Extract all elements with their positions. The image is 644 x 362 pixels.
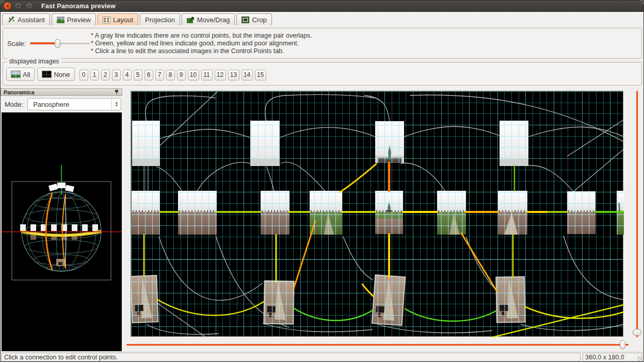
image-toggle-15[interactable]: 15 xyxy=(255,70,266,80)
displayed-images-label: displayed images xyxy=(7,58,61,65)
image-toggle-12[interactable]: 12 xyxy=(215,70,226,80)
mode-combobox[interactable]: Panosphere ▲▼ xyxy=(27,98,121,110)
image-toggle-9[interactable]: 9 xyxy=(177,70,186,80)
no-images-icon xyxy=(42,71,52,78)
preview-icon xyxy=(57,17,65,23)
image-grid-overlay xyxy=(131,91,624,337)
pitch-slider-thumb[interactable] xyxy=(633,329,641,336)
mode-value: Panosphere xyxy=(33,101,111,108)
scale-label: Scale: xyxy=(7,40,26,47)
scale-slider-fill xyxy=(30,42,57,44)
combobox-spinner-icon[interactable]: ▲▼ xyxy=(111,98,121,110)
image-number-buttons: 0123456789101112131415 xyxy=(79,70,268,80)
image-toggle-14[interactable]: 14 xyxy=(242,70,253,80)
close-icon: × xyxy=(4,3,11,9)
mode-row: Mode: Panosphere ▲▼ xyxy=(1,96,122,112)
pitch-slider[interactable] xyxy=(630,91,643,337)
tab-move-drag[interactable]: Move/Drag xyxy=(182,13,235,25)
layout-icon xyxy=(103,17,110,23)
panel-title: Panoramica xyxy=(4,89,115,95)
crop-icon xyxy=(242,17,249,23)
minimize-button[interactable]: – xyxy=(14,2,22,10)
pitch-slider-track[interactable] xyxy=(636,91,638,337)
scale-groupbox: Scale: * A gray line indicates there are… xyxy=(3,28,642,59)
mode-label: Mode: xyxy=(5,101,23,108)
yaw-slider[interactable] xyxy=(126,340,629,349)
legend-help-text: * A gray line indicates there are no con… xyxy=(91,32,312,55)
image-toggle-1[interactable]: 1 xyxy=(90,70,99,80)
layout-canvas[interactable] xyxy=(131,91,623,337)
canvas-region xyxy=(122,88,644,352)
scale-slider-thumb[interactable] xyxy=(55,39,60,48)
tab-bar: Assistant Preview Layout Projection Move… xyxy=(1,12,643,25)
image-toggle-8[interactable]: 8 xyxy=(166,70,175,80)
image-toggle-5[interactable]: 5 xyxy=(134,70,142,80)
assistant-icon xyxy=(7,16,15,23)
image-toggle-2[interactable]: 2 xyxy=(101,70,110,80)
tab-assistant[interactable]: Assistant xyxy=(2,13,50,25)
preview-panel: Panoramica Mode: Panosphere ▲▼ xyxy=(1,88,122,352)
all-images-icon xyxy=(11,71,21,78)
layout-canvas-scene xyxy=(131,91,624,337)
show-all-button[interactable]: All xyxy=(6,68,35,81)
scale-slider[interactable] xyxy=(30,39,90,48)
minimize-icon: – xyxy=(15,3,22,9)
yaw-slider-thumb[interactable] xyxy=(620,340,625,349)
tab-preview[interactable]: Preview xyxy=(52,13,96,25)
titlebar: × – ▫ Fast Panorama preview xyxy=(1,1,643,12)
panel-header: Panoramica xyxy=(1,88,122,96)
window-title: Fast Panorama preview xyxy=(41,3,116,10)
close-button[interactable]: × xyxy=(4,2,11,10)
yaw-slider-track[interactable] xyxy=(126,344,629,345)
maximize-icon: ▫ xyxy=(26,3,33,9)
displayed-images-groupbox: displayed images All None 01234567891011… xyxy=(3,62,642,86)
move-drag-icon xyxy=(187,17,195,23)
image-toggle-11[interactable]: 11 xyxy=(201,70,213,80)
image-toggle-6[interactable]: 6 xyxy=(144,70,153,80)
status-bar: Click a connection to edit control point… xyxy=(1,352,643,362)
status-message: Click a connection to edit control point… xyxy=(2,353,581,361)
image-toggle-10[interactable]: 10 xyxy=(188,70,199,80)
tab-projection[interactable]: Projection xyxy=(140,13,180,25)
tab-layout[interactable]: Layout xyxy=(98,13,138,25)
fast-panorama-preview-window: × – ▫ Fast Panorama preview Assistant Pr… xyxy=(0,0,644,362)
maximize-button[interactable]: ▫ xyxy=(25,2,33,10)
canvas-size-field: 360.0 x 180.0 xyxy=(583,353,642,361)
image-toggle-3[interactable]: 3 xyxy=(112,70,121,80)
show-none-button[interactable]: None xyxy=(37,68,74,81)
pin-icon[interactable] xyxy=(115,90,119,95)
panosphere-preview[interactable] xyxy=(2,112,122,351)
image-toggle-4[interactable]: 4 xyxy=(123,70,132,80)
resize-grip[interactable] xyxy=(637,356,642,361)
image-toggle-0[interactable]: 0 xyxy=(79,70,88,80)
panosphere-scene xyxy=(2,112,122,351)
image-toggle-13[interactable]: 13 xyxy=(228,70,239,80)
tab-crop[interactable]: Crop xyxy=(236,13,271,25)
image-toggle-7[interactable]: 7 xyxy=(155,70,164,80)
